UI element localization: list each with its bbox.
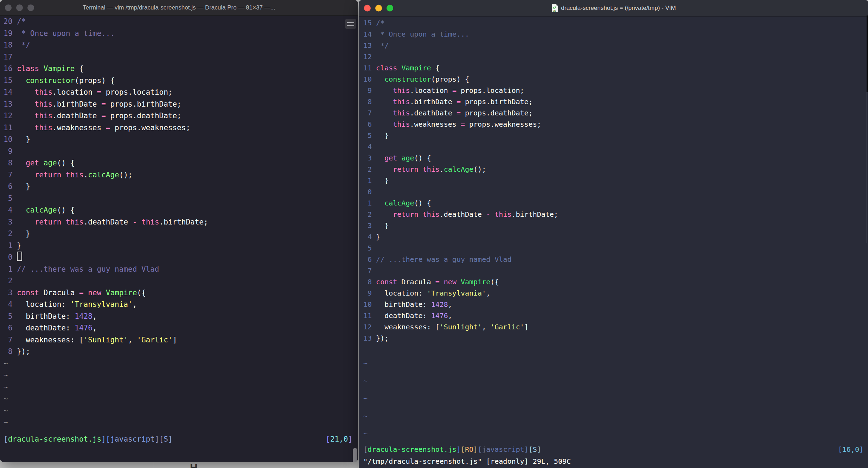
code-line[interactable]: 5 } [363,130,868,141]
macvim-window: JS dracula-screenshot.js = (/private/tmp… [359,0,868,468]
empty-line-tilde: ~ [363,425,868,442]
right-status-position: [16,0] [838,444,863,455]
code-line[interactable]: 9 [4,146,358,158]
code-line[interactable]: 12 this.deathDate = props.deathDate; [4,110,358,122]
code-line[interactable]: 18 */ [4,39,358,51]
close-button[interactable] [5,5,12,11]
macvim-titlebar[interactable]: JS dracula-screenshot.js = (/private/tmp… [359,0,868,17]
terminal-scrollbar-thumb[interactable] [353,448,357,462]
code-line[interactable]: 15/* [363,17,868,29]
code-line[interactable]: 5 [4,193,358,205]
code-line[interactable]: 11 this.weaknesses = props.weaknesses; [4,122,358,134]
code-line[interactable]: 5 [363,242,868,254]
code-line[interactable]: 20/* [4,16,358,28]
background-partial-text: H [190,462,211,468]
right-status-file-info: [dracula-screenshot.js][RO][javascript][… [363,444,541,455]
code-line[interactable]: 8 get age() { [4,157,358,169]
code-line[interactable]: 7 return this.calcAge(); [4,169,358,181]
macvim-window-title: dracula-screenshot.js = (/private/tmp) -… [561,5,676,12]
empty-line-tilde: ~ [4,393,358,405]
code-line[interactable]: 8}); [4,346,358,358]
code-line[interactable]: 12 weaknesses: ['Sunlight', 'Garlic'] [363,321,868,333]
code-line[interactable]: 4 calcAge() { [4,204,358,216]
code-line[interactable]: 2 return this.calcAge(); [363,164,868,175]
code-line[interactable]: 6// ...there was a guy named Vlad [363,254,868,265]
zoom-button[interactable] [27,5,34,11]
code-line[interactable]: 13}); [363,333,868,344]
code-line[interactable]: 3 get age() { [363,152,868,164]
minimize-button[interactable] [16,5,23,11]
code-line[interactable]: 1} [4,240,358,252]
background-window-divider [154,462,154,468]
code-line[interactable]: 7 [363,265,868,276]
code-line[interactable]: 14 * Once upon a time... [363,29,868,40]
right-status-right: [16,0] [838,445,863,454]
code-line[interactable]: 13 this.birthDate = props.birthDate; [4,99,358,110]
code-line[interactable]: 1// ...there was a guy named Vlad [4,264,358,276]
macvim-window-controls [364,5,393,12]
empty-line-tilde: ~ [363,407,868,425]
code-line[interactable]: 3 } [363,220,868,231]
right-status-left: [dracula-screenshot.js][RO][javascript][… [363,445,541,454]
code-line[interactable]: 6 } [4,181,358,193]
code-line[interactable]: 3 return this.deathDate - this.birthDate… [4,216,358,228]
code-line[interactable]: 10 } [4,134,358,146]
code-line[interactable]: 0 [4,252,358,264]
minimize-button[interactable] [375,5,382,12]
code-line[interactable]: 0 [363,186,868,197]
empty-line-tilde: ~ [363,354,868,372]
code-line[interactable]: 16class Vampire { [4,63,358,75]
right-vim-statusline: [dracula-screenshot.js][RO][javascript][… [363,444,863,455]
code-line[interactable]: 10 birthDate: 1428, [363,299,868,310]
code-line[interactable]: 12 [363,51,868,62]
code-line[interactable]: 5 birthDate: 1428, [4,311,358,323]
code-line[interactable]: 4} [363,231,868,242]
code-line[interactable]: 9 this.location = props.location; [363,85,868,96]
code-line[interactable]: 17 [4,51,358,63]
code-line[interactable]: 3const Dracula = new Vampire({ [4,287,358,299]
code-line[interactable]: 11class Vampire { [363,62,868,74]
empty-line-tilde: ~ [4,358,358,370]
terminal-window-controls [5,5,34,11]
code-line[interactable]: 10 constructor(props) { [363,74,868,85]
left-code-area[interactable]: 20/*19 * Once upon a time...18 */1716cla… [4,16,358,358]
code-line[interactable]: 7 weaknesses: ['Sunlight', 'Garlic'] [4,334,358,346]
code-line[interactable]: 6 deathDate: 1476, [4,322,358,334]
code-line[interactable]: 2 return this.deathDate - this.birthDate… [363,209,868,220]
empty-line-tilde: ~ [4,381,358,393]
terminal-titlebar[interactable]: Terminal — vim /tmp/dracula-screenshot.j… [0,0,358,16]
code-line[interactable]: 9 location: 'Transylvania', [363,287,868,299]
code-line[interactable]: 4 location: 'Transylvania', [4,299,358,311]
empty-line-tilde: ~ [4,369,358,381]
empty-line-tilde: ~ [4,405,358,417]
terminal-window: Terminal — vim /tmp/dracula-screenshot.j… [0,0,358,462]
code-line[interactable]: 2 } [4,228,358,240]
code-line[interactable]: 13 */ [363,40,868,51]
code-line[interactable]: 19 * Once upon a time... [4,28,358,40]
left-status-right: [21,0] [326,435,352,443]
terminal-window-title: Terminal — vim /tmp/dracula-screenshot.j… [83,4,275,11]
split-pane-button[interactable] [345,19,356,29]
empty-line-tilde: ~ [363,390,868,407]
right-vim-message-line: "/tmp/dracula-screenshot.js" [readonly] … [363,456,863,467]
code-line[interactable]: 4 [363,141,868,152]
vim-cursor [17,252,22,261]
code-line[interactable]: 8 this.birthDate = props.birthDate; [363,96,868,107]
zoom-button[interactable] [387,5,393,12]
code-line[interactable]: 15 constructor(props) { [4,75,358,87]
left-status-left: [dracula-screenshot.js][javascript][S] [4,435,172,443]
right-code-area[interactable]: 15/*14 * Once upon a time...13 */1211cla… [363,17,868,344]
code-line[interactable]: 14 this.location = props.location; [4,87,358,99]
code-line[interactable]: 1 calcAge() { [363,197,868,209]
code-line[interactable]: 1 } [363,175,868,186]
right-tildes: ~~~~~ [363,354,868,442]
right-edge-shade [867,15,868,92]
code-line[interactable]: 2 [4,275,358,287]
code-line[interactable]: 6 this.weaknesses = props.weaknesses; [363,119,868,130]
macvim-scrollbar-thumb[interactable] [867,92,867,243]
code-line[interactable]: 8const Dracula = new Vampire({ [363,276,868,287]
close-button[interactable] [364,5,371,12]
svg-text:JS: JS [553,9,556,12]
code-line[interactable]: 11 deathDate: 1476, [363,310,868,321]
code-line[interactable]: 7 this.deathDate = props.deathDate; [363,107,868,119]
